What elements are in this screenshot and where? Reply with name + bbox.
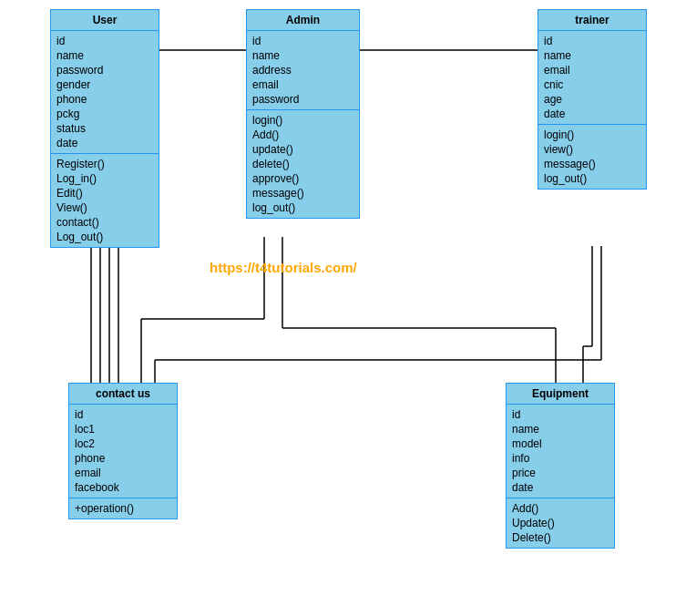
admin-class-title: Admin: [247, 10, 359, 31]
trainer-attributes: id name email cnic age date: [538, 31, 646, 125]
equipment-class-title: Equipment: [507, 384, 614, 405]
admin-attributes: id name address email password: [247, 31, 359, 110]
admin-class: Admin id name address email password log…: [246, 9, 360, 219]
trainer-methods: login() view() message() log_out(): [538, 125, 646, 189]
trainer-class-title: trainer: [538, 10, 646, 31]
admin-methods: login() Add() update() delete() approve(…: [247, 110, 359, 218]
diagram-container: User id name password gender phone pckg …: [0, 0, 686, 616]
user-attributes: id name password gender phone pckg statu…: [51, 31, 159, 154]
watermark: https://t4tutorials.com/: [210, 260, 357, 275]
contact-methods: +operation(): [69, 498, 177, 518]
contact-class-title: contact us: [69, 384, 177, 405]
contact-attributes: id loc1 loc2 phone email facebook: [69, 405, 177, 498]
user-class-title: User: [51, 10, 159, 31]
equipment-class: Equipment id name model info price date …: [506, 383, 615, 549]
trainer-class: trainer id name email cnic age date logi…: [538, 9, 647, 190]
user-class: User id name password gender phone pckg …: [50, 9, 159, 248]
equipment-attributes: id name model info price date: [507, 405, 614, 498]
user-methods: Register() Log_in() Edit() View() contac…: [51, 154, 159, 247]
contact-class: contact us id loc1 loc2 phone email face…: [68, 383, 178, 519]
equipment-methods: Add() Update() Delete(): [507, 498, 614, 548]
